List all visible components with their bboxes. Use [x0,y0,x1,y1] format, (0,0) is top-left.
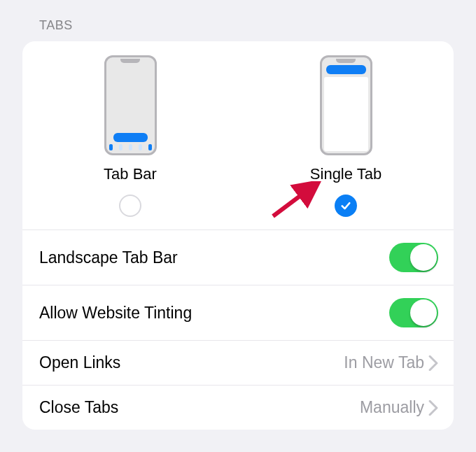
phone-mock-tab-bar [104,55,157,155]
row-close-tabs[interactable]: Close Tabs Manually [22,385,454,430]
chevron-right-icon [428,400,438,416]
row-allow-website-tinting[interactable]: Allow Website Tinting [22,285,454,340]
toggle-landscape-tab-bar[interactable] [389,243,438,272]
layout-option-label: Tab Bar [104,165,157,183]
layout-option-single-tab[interactable]: Single Tab [238,55,454,217]
row-label: Allow Website Tinting [39,304,192,323]
radio-selected[interactable] [335,195,357,217]
layout-option-tab-bar[interactable]: Tab Bar [22,55,238,217]
toggle-knob [410,299,437,326]
radio-unselected[interactable] [119,195,141,217]
single-top-illustration [326,65,366,74]
layout-options: Tab Bar Single Tab [22,51,454,229]
phone-mock-single-tab [320,55,372,155]
row-landscape-tab-bar[interactable]: Landscape Tab Bar [22,229,454,285]
row-value-container: In New Tab [344,353,438,372]
row-detail-value: In New Tab [344,353,424,372]
single-content-area [324,77,368,151]
phone-notch [120,59,140,63]
layout-option-label: Single Tab [310,165,382,183]
chevron-right-icon [428,355,438,371]
section-header-tabs: TABS [0,0,476,41]
row-label: Landscape Tab Bar [39,248,178,267]
row-label: Close Tabs [39,398,118,417]
row-value-container: Manually [360,398,438,417]
row-open-links[interactable]: Open Links In New Tab [22,340,454,385]
checkmark-icon [340,199,352,212]
toggle-allow-website-tinting[interactable] [389,298,438,327]
phone-notch [336,59,356,63]
row-detail-value: Manually [360,398,424,417]
toggle-knob [410,244,437,271]
tabbar-bottom-illustration [108,133,153,150]
settings-card: Tab Bar Single Tab [22,41,454,430]
row-label: Open Links [39,353,120,372]
